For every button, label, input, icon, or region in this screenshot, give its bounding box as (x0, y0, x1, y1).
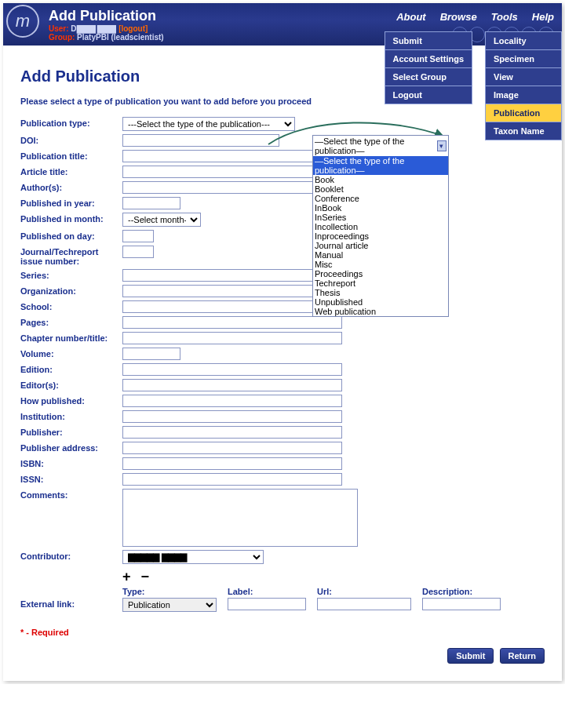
dd-option[interactable]: Journal article (313, 241, 448, 250)
year-label: Published in year: (20, 197, 122, 208)
issn-input[interactable] (122, 473, 342, 486)
org-label: Organization: (20, 285, 122, 296)
publication-title-input[interactable] (122, 150, 342, 162)
menu-view[interactable]: View (486, 68, 561, 86)
help-submenu: Locality Specimen View Image Publication… (485, 31, 562, 140)
articletitle-label: Article title: (20, 166, 122, 177)
dd-option[interactable]: Incollection (313, 222, 448, 231)
organization-input[interactable] (122, 285, 342, 297)
user-value: D▇▇▇ ▇▇▇ (71, 24, 116, 33)
dd-option[interactable]: Unpublished (313, 297, 448, 307)
tools-submenu: Submit Account Settings Select Group Log… (385, 31, 472, 104)
pubtype-label: Publication type: (20, 117, 122, 128)
edition-input[interactable] (122, 363, 342, 376)
dd-option[interactable]: Misc (313, 260, 448, 269)
dd-option[interactable]: Techreport (313, 278, 448, 288)
ext-url-input[interactable] (317, 598, 411, 610)
contributor-label: Contributor: (20, 550, 122, 561)
app-logo: m (6, 5, 39, 38)
day-input[interactable] (122, 230, 154, 242)
pages-label: Pages: (20, 316, 122, 327)
chapter-input[interactable] (122, 332, 342, 344)
dd-option[interactable]: Inproceedings (313, 231, 448, 241)
publisher-label: Publisher: (20, 426, 122, 437)
issn-label: ISSN: (20, 473, 122, 484)
publication-type-select[interactable]: ---Select the type of the publication--- (122, 117, 295, 131)
ext-type-label: Type: (122, 587, 217, 596)
issue-label: Journal/Techreport issue number: (20, 246, 122, 266)
top-nav: About Browse Tools Help (396, 11, 554, 23)
dd-option[interactable]: Proceedings (313, 269, 448, 278)
publication-type-dropdown-open[interactable]: —Select the type of the publication— ▾ —… (312, 135, 449, 317)
pubaddr-label: Publisher address: (20, 442, 122, 453)
pubtitle-label: Publication title: (20, 150, 122, 161)
year-input[interactable] (122, 197, 180, 209)
nav-about[interactable]: About (396, 11, 426, 23)
article-title-input[interactable] (122, 166, 342, 178)
authors-input[interactable] (122, 181, 342, 194)
volume-input[interactable] (122, 348, 180, 360)
ext-label-label: Label: (228, 587, 306, 596)
menu-image[interactable]: Image (486, 86, 561, 104)
contributor-select[interactable]: ▇▇▇▇▇ ▇▇▇▇ (122, 550, 264, 564)
issue-input[interactable] (122, 246, 154, 258)
how-label: How published: (20, 395, 122, 406)
menu-taxon-name[interactable]: Taxon Name (486, 122, 561, 140)
dd-option[interactable]: Booklet (313, 184, 448, 194)
chapter-label: Chapter number/title: (20, 332, 122, 343)
menu-logout[interactable]: Logout (385, 86, 472, 104)
school-input[interactable] (122, 300, 342, 313)
isbn-label: ISBN: (20, 457, 122, 468)
menu-select-group[interactable]: Select Group (385, 68, 472, 86)
editors-input[interactable] (122, 379, 342, 391)
day-label: Published on day: (20, 230, 122, 241)
ext-url-label: Url: (317, 587, 411, 596)
editors-label: Editor(s): (20, 379, 122, 390)
institution-input[interactable] (122, 410, 342, 423)
nav-help[interactable]: Help (532, 11, 554, 23)
series-label: Series: (20, 269, 122, 280)
dd-option[interactable]: Thesis (313, 288, 448, 297)
comments-textarea[interactable] (122, 489, 358, 547)
ext-type-select[interactable]: Publication (122, 598, 217, 612)
edition-label: Edition: (20, 363, 122, 374)
chevron-down-icon[interactable]: ▾ (437, 140, 447, 151)
menu-locality[interactable]: Locality (486, 32, 561, 50)
submit-button[interactable]: Submit (447, 648, 494, 664)
menu-submit[interactable]: Submit (385, 32, 472, 50)
publisher-input[interactable] (122, 426, 342, 439)
dd-option[interactable]: InBook (313, 203, 448, 213)
institution-label: Institution: (20, 410, 122, 421)
menu-specimen[interactable]: Specimen (486, 50, 561, 68)
ext-desc-input[interactable] (422, 598, 501, 610)
comments-label: Comments: (20, 489, 122, 500)
doi-input[interactable] (122, 134, 279, 147)
group-label: Group: (49, 33, 75, 42)
month-select[interactable]: --Select month-- (122, 213, 201, 227)
volume-label: Volume: (20, 348, 122, 359)
nav-browse[interactable]: Browse (440, 11, 477, 23)
dd-option[interactable]: Book (313, 175, 448, 184)
series-input[interactable] (122, 269, 342, 282)
add-remove-external-link[interactable]: + − (122, 569, 545, 585)
doi-label: DOI: (20, 134, 122, 145)
authors-label: Author(s): (20, 181, 122, 192)
dd-option[interactable]: Web publication (313, 307, 448, 316)
external-link-label: External link: (20, 599, 75, 609)
nav-tools[interactable]: Tools (491, 11, 518, 23)
menu-publication[interactable]: Publication (486, 104, 561, 122)
required-note: * - Required (20, 628, 545, 637)
dd-option[interactable]: Conference (313, 194, 448, 203)
how-published-input[interactable] (122, 395, 342, 407)
dd-option[interactable]: InSeries (313, 213, 448, 222)
ext-label-input[interactable] (228, 598, 306, 610)
logout-link[interactable]: [logout] (118, 24, 148, 33)
return-button[interactable]: Return (500, 648, 545, 664)
isbn-input[interactable] (122, 457, 342, 470)
publisher-address-input[interactable] (122, 442, 342, 454)
menu-account-settings[interactable]: Account Settings (385, 50, 472, 68)
pages-input[interactable] (122, 316, 342, 329)
app-header: m Add Publication User: D▇▇▇ ▇▇▇ [logout… (3, 3, 562, 46)
dd-option-selected[interactable]: —Select the type of the publication— (313, 156, 448, 175)
dd-option[interactable]: Manual (313, 250, 448, 260)
